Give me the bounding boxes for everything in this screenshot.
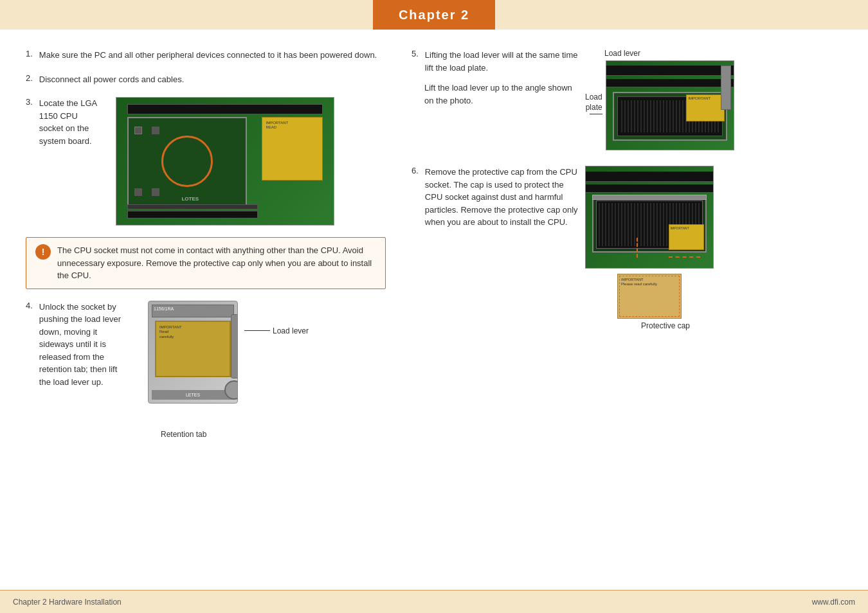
pcb-sq3	[134, 188, 142, 196]
footer-right: www.dfi.com	[812, 598, 855, 607]
step5-img-labels: Loadplate	[585, 60, 734, 150]
s6-slot1	[586, 172, 713, 182]
step5-text2-block: Lift the load lever up to the angle show…	[424, 82, 579, 107]
motherboard-diagram: IMPORTANTREAD LOTES	[116, 97, 334, 226]
warning-icon: !	[35, 244, 51, 260]
s6-load-plate	[592, 195, 707, 200]
step4-number: 4.	[26, 301, 33, 389]
step4-image-area: 1156/1RA IMPORTANTReadcarefully LETES Lo…	[148, 301, 251, 423]
load-plate-line	[590, 114, 602, 114]
pcb-cpu-area	[127, 117, 247, 206]
pcb-sq2	[152, 127, 159, 134]
load-lever-label: Load lever	[273, 326, 309, 335]
pcb-background: IMPORTANTREAD LOTES	[116, 98, 334, 225]
s6-dashed2	[669, 256, 701, 258]
socket-body: 1156/1RA IMPORTANTReadcarefully LETES	[148, 301, 238, 404]
step5-number: 5.	[411, 49, 419, 74]
s6-sticker: IMPORTANT	[669, 224, 704, 250]
right-column: 5. Lifting the load lever will at the sa…	[399, 49, 842, 590]
step-1: 1. Make sure the PC and all other periph…	[26, 49, 386, 62]
step6-board-image: IMPORTANT	[585, 166, 714, 269]
step2-text: Disconnect all power cords and cables.	[39, 73, 184, 86]
socket-top-label: 1156/1RA	[152, 305, 234, 317]
chip-important: IMPORTANTReadcarefully	[159, 325, 226, 340]
pcb-bottom-slot2	[127, 204, 258, 209]
protective-cap-image: IMPORTANTPlease read carefully	[617, 274, 682, 319]
load-plate-label: Loadplate	[585, 93, 602, 112]
step3-text-block: 3. Locate the LGA 1150 CPU socket on the…	[26, 97, 103, 226]
right-chip: IMPORTANTREAD	[262, 117, 323, 181]
step5-text-block: 5. Lifting the load lever will at the sa…	[411, 49, 579, 107]
cap-dashed-border	[619, 276, 680, 317]
step5-board-image: IMPORTANT	[606, 60, 734, 150]
step1-number: 1.	[26, 49, 33, 58]
lever-arm	[231, 314, 238, 378]
main-content: 1. Make sure the PC and all other periph…	[0, 30, 868, 590]
warning-text: The CPU socket must not come in contact …	[57, 244, 376, 282]
page-footer: Chapter 2 Hardware Installation www.dfi.…	[0, 590, 868, 613]
warning-box: ! The CPU socket must not come in contac…	[26, 237, 386, 289]
step6-text: Remove the protective cap from the CPU s…	[425, 166, 579, 229]
footer-left: Chapter 2 Hardware Installation	[13, 598, 122, 607]
socket-center-chip: IMPORTANTReadcarefully	[155, 321, 231, 377]
annotation-line1	[244, 330, 270, 331]
page-header: Chapter 2	[0, 0, 868, 30]
load-plate-label-area: Loadplate	[585, 93, 602, 114]
step-4-container: 4. Unlock the socket by pushing the load…	[26, 301, 386, 423]
load-lever-top-label: Load lever	[604, 49, 734, 58]
step6-number: 6.	[411, 166, 419, 229]
step4-text: Unlock the socket by pushing the load le…	[39, 301, 122, 389]
step2-number: 2.	[26, 73, 33, 83]
s5-lever	[721, 66, 731, 110]
step1-text: Make sure the PC and all other periphera…	[39, 49, 377, 62]
lever-knob	[224, 380, 238, 400]
step4-text-block: 4. Unlock the socket by pushing the load…	[26, 301, 122, 389]
pcb-bottom-slot1	[127, 211, 258, 218]
pcb-top-slot	[127, 104, 323, 114]
step6-text-block: 6. Remove the protective cap from the CP…	[411, 166, 579, 229]
step6-image-area: IMPORTANT IMPORTANTPlease read carefully…	[585, 166, 714, 330]
pcb-sq1	[134, 127, 142, 134]
step5-text: Lifting the load lever will at the same …	[425, 49, 579, 74]
s6-slot2	[586, 184, 713, 193]
pcb-sq4	[152, 188, 159, 196]
step5-pcb: IMPORTANT	[606, 61, 734, 150]
left-column: 1. Make sure the PC and all other periph…	[26, 49, 386, 590]
step-6: 6. Remove the protective cap from the CP…	[411, 166, 842, 330]
lotes-label: LOTES	[181, 196, 199, 202]
motherboard-image: IMPORTANTREAD LOTES	[116, 97, 334, 226]
s6-dashed1	[637, 238, 638, 258]
load-lever-annotation: Load lever	[244, 326, 309, 335]
retention-tab-label: Retention tab	[161, 430, 206, 439]
cpu-socket-circle	[161, 136, 213, 187]
step-3-container: 3. Locate the LGA 1150 CPU socket on the…	[26, 97, 386, 226]
chip-text: IMPORTANTREAD	[266, 121, 319, 130]
step5-text2: Lift the load lever up to the angle show…	[424, 83, 572, 105]
retention-tab-label-area: Retention tab	[161, 429, 206, 439]
chapter-title: Chapter 2	[373, 0, 495, 30]
protective-cap-text-label: Protective cap	[617, 321, 714, 330]
step-5: 5. Lifting the load lever will at the sa…	[411, 49, 842, 150]
s5-slot2	[606, 79, 734, 88]
socket-bottom-bar: LETES	[152, 390, 234, 400]
s5-sticker: IMPORTANT	[686, 94, 724, 121]
step3-number: 3.	[26, 97, 33, 147]
step3-text: Locate the LGA 1150 CPU socket on the sy…	[39, 97, 103, 147]
step4-socket-img: 1156/1RA IMPORTANTReadcarefully LETES Lo…	[148, 301, 251, 423]
s5-slot1	[606, 66, 734, 76]
step5-image-area: Load lever Loadplate	[585, 49, 734, 150]
step-2: 2. Disconnect all power cords and cables…	[26, 73, 386, 86]
